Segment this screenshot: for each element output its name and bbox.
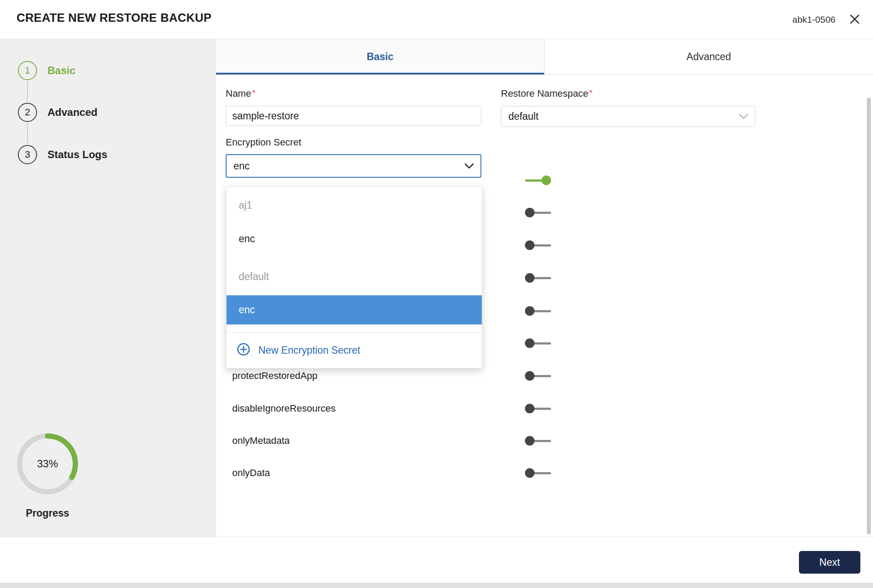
stepper-sidebar: 1 Basic 2 Advanced 3 Status Logs 33% Pro… <box>0 39 216 537</box>
encryption-dropdown: aj1 enc default enc New Encryption Secre… <box>226 186 482 368</box>
toggle-switch[interactable] <box>525 436 551 446</box>
next-button[interactable]: Next <box>799 551 860 574</box>
toggle-label: onlyMetadata <box>232 435 290 446</box>
new-encryption-secret-button[interactable]: New Encryption Secret <box>227 332 482 368</box>
toggle-switch[interactable] <box>525 175 551 186</box>
toggle-row-onlyData: onlyData <box>216 456 873 489</box>
toggle-switch[interactable] <box>525 273 551 283</box>
toggle-label: disableIgnoreResources <box>232 403 335 414</box>
namespace-label: Restore Namespace* <box>501 88 592 99</box>
toggle-knob <box>525 436 535 446</box>
step-label: Basic <box>47 64 75 77</box>
toggle-switch[interactable] <box>525 240 551 250</box>
toggle-knob <box>541 176 551 185</box>
step-item-status-logs[interactable]: 3 Status Logs <box>18 145 107 164</box>
dialog-id-badge: abk1-0506 <box>792 14 836 25</box>
step-circle-2: 2 <box>18 103 37 122</box>
toggle-knob <box>525 208 535 217</box>
progress-ring: 33% <box>13 429 82 499</box>
main-content: Basic Advanced Name* Restore Namespace* … <box>216 39 873 537</box>
tab-advanced-label: Advanced <box>687 51 731 63</box>
close-icon <box>849 13 861 27</box>
step-label: Status Logs <box>47 149 107 161</box>
step-connector <box>27 81 28 101</box>
active-tab-indicator <box>216 73 544 74</box>
toggle-switch[interactable] <box>525 371 551 381</box>
dropdown-group-header: aj1 <box>227 193 482 217</box>
toggle-row-onlyMetadata: onlyMetadata <box>216 424 873 457</box>
progress-label: Progress <box>13 507 82 519</box>
tab-bar: Basic Advanced <box>216 39 873 75</box>
new-encryption-secret-label: New Encryption Secret <box>258 345 360 356</box>
plus-circle-icon <box>237 342 250 359</box>
toggle-switch[interactable] <box>525 403 551 414</box>
namespace-select[interactable]: default <box>501 106 755 127</box>
toggle-knob <box>525 306 535 316</box>
dropdown-group-header: default <box>227 264 482 289</box>
dropdown-option-selected[interactable]: enc <box>227 295 482 324</box>
step-number: 3 <box>25 149 30 160</box>
chevron-down-icon <box>738 113 749 120</box>
close-button[interactable] <box>849 13 861 27</box>
toggle-switch[interactable] <box>525 468 551 478</box>
step-number: 2 <box>25 107 30 118</box>
step-number: 1 <box>25 65 30 76</box>
dialog-header: CREATE NEW RESTORE BACKUP abk1-0506 <box>0 0 873 39</box>
progress-percent: 33% <box>13 429 82 499</box>
page-title: CREATE NEW RESTORE BACKUP <box>17 11 212 25</box>
toggle-knob <box>525 240 535 250</box>
step-label: Advanced <box>47 106 98 118</box>
toggle-switch[interactable] <box>525 306 551 316</box>
required-asterisk: * <box>252 88 256 98</box>
namespace-select-value: default <box>508 111 538 122</box>
toggle-switch[interactable] <box>525 338 551 348</box>
toggle-knob <box>525 273 535 283</box>
tab-basic-label: Basic <box>367 51 393 63</box>
bottom-strip <box>0 583 873 588</box>
scrollbar-thumb[interactable] <box>867 98 871 534</box>
toggle-switch[interactable] <box>525 207 551 218</box>
toggle-knob <box>525 371 535 381</box>
tab-basic[interactable]: Basic <box>216 39 545 74</box>
step-item-advanced[interactable]: 2 Advanced <box>18 103 98 122</box>
toggle-knob <box>525 404 535 413</box>
toggle-label: onlyData <box>232 467 270 479</box>
name-label: Name* <box>226 88 255 99</box>
step-item-basic[interactable]: 1 Basic <box>18 61 75 80</box>
header-right: abk1-0506 <box>792 0 861 39</box>
step-connector <box>27 123 28 144</box>
toggle-knob <box>525 468 535 478</box>
toggle-knob <box>525 338 535 348</box>
encryption-label: Encryption Secret <box>226 137 301 148</box>
name-input[interactable] <box>226 106 481 126</box>
toggle-row-disableIgnoreResources: disableIgnoreResources <box>216 392 873 425</box>
required-asterisk: * <box>589 88 593 98</box>
step-circle-1: 1 <box>18 61 37 80</box>
dropdown-option[interactable]: enc <box>227 226 482 251</box>
restore-backup-dialog: CREATE NEW RESTORE BACKUP abk1-0506 1 Ba… <box>0 0 873 588</box>
tab-advanced[interactable]: Advanced <box>545 39 873 74</box>
dialog-footer: Next <box>0 537 873 583</box>
step-circle-3: 3 <box>18 145 37 164</box>
toggle-label: protectRestoredApp <box>232 370 318 382</box>
